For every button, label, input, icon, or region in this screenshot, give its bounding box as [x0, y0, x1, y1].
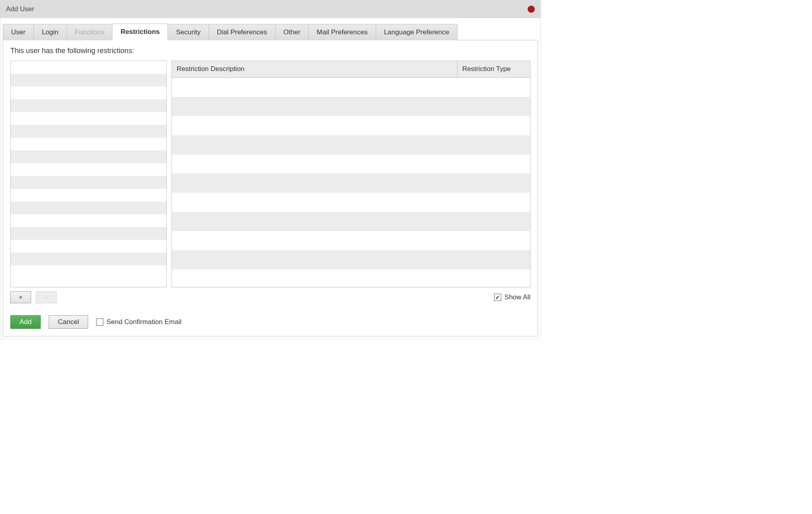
- table-row[interactable]: [172, 231, 530, 250]
- table-row[interactable]: [11, 163, 166, 176]
- close-icon[interactable]: [528, 6, 535, 13]
- below-tables-row: + - Show All: [10, 291, 530, 303]
- table-row[interactable]: [11, 150, 166, 163]
- table-row[interactable]: [11, 189, 166, 202]
- table-row[interactable]: [172, 250, 530, 269]
- table-row[interactable]: [11, 265, 166, 278]
- table-row[interactable]: [11, 227, 166, 240]
- table-row[interactable]: [172, 116, 530, 135]
- column-restriction-description[interactable]: Restriction Description: [172, 61, 457, 77]
- table-row[interactable]: [172, 78, 530, 97]
- grid-header: Restriction Description Restriction Type: [172, 61, 530, 78]
- restrictions-pane: This user has the following restrictions…: [3, 40, 538, 336]
- column-restriction-type[interactable]: Restriction Type: [457, 61, 530, 77]
- tables-container: Restriction Description Restriction Type: [10, 61, 530, 287]
- grid-body: [11, 61, 166, 278]
- add-user-dialog: Add User User Login Functions Restrictio…: [0, 0, 541, 339]
- title-bar: Add User: [0, 0, 540, 18]
- show-all-label: Show All: [505, 293, 530, 301]
- table-row[interactable]: [11, 253, 166, 265]
- table-row[interactable]: [11, 74, 166, 87]
- send-confirmation-label: Send Confirmation Email: [106, 318, 181, 326]
- table-row[interactable]: [172, 135, 530, 154]
- tab-security[interactable]: Security: [168, 24, 209, 40]
- show-all-checkbox[interactable]: Show All: [494, 293, 530, 301]
- add-restriction-button[interactable]: +: [10, 291, 31, 303]
- tab-other[interactable]: Other: [275, 24, 309, 40]
- send-confirmation-checkbox[interactable]: Send Confirmation Email: [96, 318, 181, 326]
- available-restrictions-grid[interactable]: Restriction Description Restriction Type: [171, 61, 530, 287]
- tab-mail-preferences[interactable]: Mail Preferences: [308, 24, 376, 40]
- table-row[interactable]: [172, 154, 530, 174]
- table-row[interactable]: [11, 214, 166, 227]
- table-row[interactable]: [172, 212, 530, 231]
- remove-restriction-button: -: [36, 291, 57, 303]
- table-row[interactable]: [172, 269, 530, 287]
- table-row[interactable]: [11, 87, 166, 99]
- add-button[interactable]: Add: [10, 315, 41, 329]
- table-row[interactable]: [172, 97, 530, 116]
- applied-restrictions-grid[interactable]: [10, 61, 167, 287]
- tab-functions: Functions: [67, 24, 113, 40]
- plus-minus-buttons: + -: [10, 291, 57, 303]
- table-row[interactable]: [11, 112, 166, 125]
- table-row[interactable]: [11, 240, 166, 253]
- tab-login[interactable]: Login: [34, 24, 67, 40]
- table-row[interactable]: [11, 99, 166, 112]
- grid-body: [172, 78, 530, 287]
- table-row[interactable]: [172, 174, 530, 193]
- checkbox-icon[interactable]: [96, 318, 103, 326]
- restrictions-intro-text: This user has the following restrictions…: [10, 47, 530, 55]
- table-row[interactable]: [11, 125, 166, 138]
- table-row[interactable]: [11, 61, 166, 74]
- table-row[interactable]: [11, 202, 166, 214]
- table-row[interactable]: [11, 176, 166, 189]
- checkbox-icon[interactable]: [494, 294, 501, 301]
- tab-strip: User Login Functions Restrictions Securi…: [0, 18, 540, 40]
- tab-restrictions[interactable]: Restrictions: [112, 24, 168, 40]
- cancel-button[interactable]: Cancel: [49, 315, 88, 329]
- tab-dial-preferences[interactable]: Dial Preferences: [209, 24, 276, 40]
- window-title: Add User: [6, 5, 34, 13]
- table-row[interactable]: [11, 138, 166, 150]
- tab-user[interactable]: User: [3, 24, 34, 40]
- table-row[interactable]: [172, 193, 530, 212]
- dialog-footer: Add Cancel Send Confirmation Email: [10, 315, 530, 329]
- tab-language-preference[interactable]: Language Preference: [376, 24, 458, 40]
